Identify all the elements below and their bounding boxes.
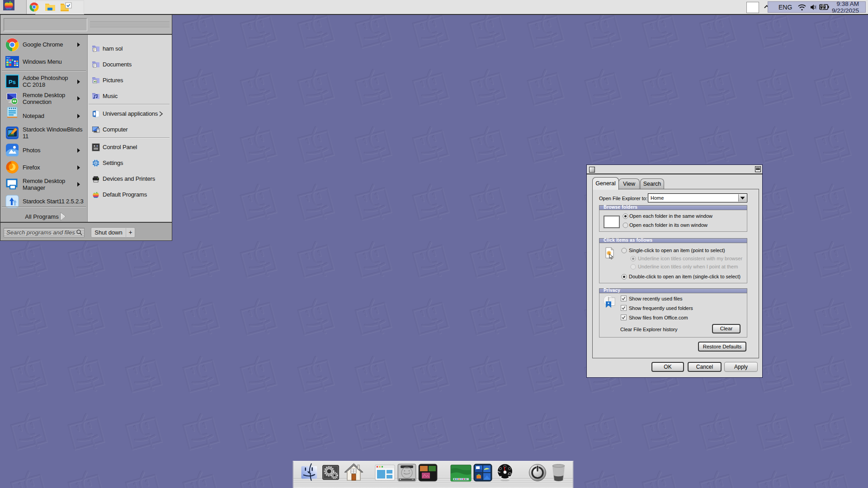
svg-text:Ps: Ps <box>9 79 16 85</box>
svg-text:Start: Start <box>6 56 10 59</box>
